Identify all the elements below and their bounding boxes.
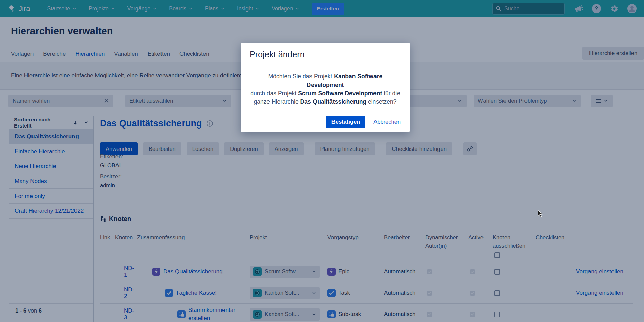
- mouse-cursor: [537, 210, 545, 218]
- modal-footer: Bestätigen Abbrechen: [241, 112, 410, 132]
- modal-message: Möchten Sie das Projekt Kanban Software …: [250, 72, 400, 106]
- jira-manage-hierarchies-page: Jira StartseiteProjekteVorgängeBoardsPla…: [0, 0, 644, 322]
- modal-title: Projekt ändern: [250, 50, 305, 60]
- modal-header: Projekt ändern: [241, 43, 410, 67]
- confirm-button[interactable]: Bestätigen: [326, 116, 365, 128]
- change-project-modal: Projekt ändern Möchten Sie das Projekt K…: [241, 43, 410, 132]
- modal-body: Möchten Sie das Projekt Kanban Software …: [241, 67, 410, 112]
- cancel-button[interactable]: Abbrechen: [373, 119, 401, 125]
